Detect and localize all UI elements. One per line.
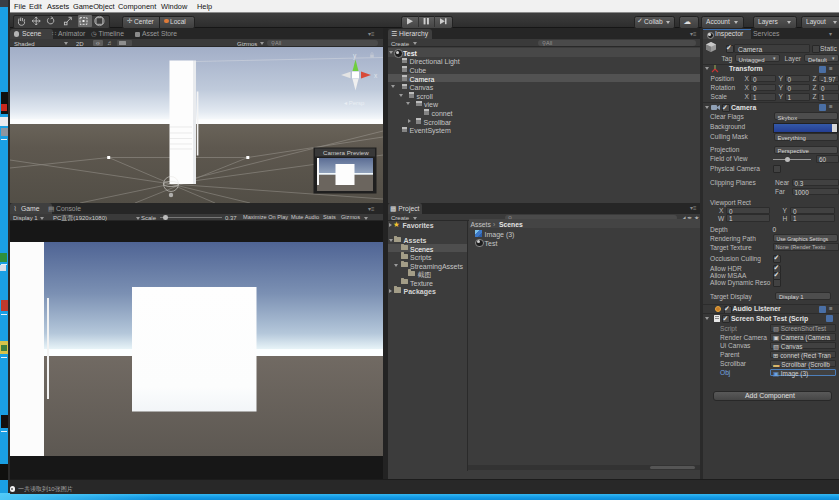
svg-text:◂ Persp: ◂ Persp [344, 100, 365, 106]
svg-text:Camera Preview: Camera Preview [323, 149, 369, 156]
